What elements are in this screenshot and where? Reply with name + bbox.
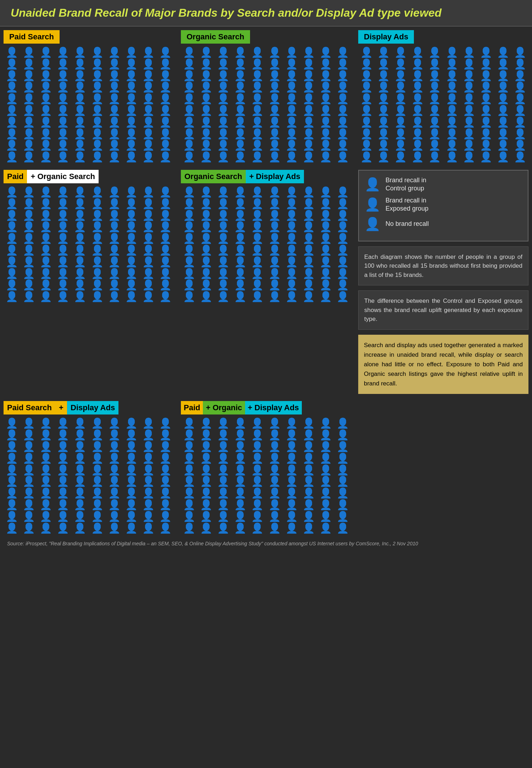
legend-yellow-label: Brand recall inExposed group [386,196,428,213]
person-icon: 👤 [157,129,174,140]
person-icon: 👤 [318,47,334,58]
person-icon: 👤 [335,59,351,70]
person-icon: 👤 [106,430,122,441]
person-icon: 👤 [444,140,460,151]
person-icon: 👤 [89,476,105,487]
person-icon: 👤 [157,257,174,268]
person-icon: 👤 [283,488,300,499]
panel-organic-display: Organic Search + Display Ads 👤👤👤👤👤👤👤👤👤👤👤… [177,166,355,398]
person-icon: 👤 [106,71,122,82]
person-icon: 👤 [335,430,351,441]
person-icon: 👤 [4,523,20,534]
description-box-2: The difference between the Control and E… [358,290,528,330]
panel-paid-search-title: Paid Search [4,30,60,44]
person-icon: 👤 [249,199,266,210]
person-icon: 👤 [266,222,283,233]
person-icon: 👤 [375,59,392,70]
person-icon: 👤 [495,140,511,151]
person-icon: 👤 [89,488,105,499]
person-icon: 👤 [181,453,197,464]
person-icon: 👤 [89,268,105,279]
person-icon: 👤 [181,199,197,210]
person-icon: 👤 [335,140,351,151]
person-icon: 👤 [375,129,392,140]
person-icon: 👤 [266,245,283,256]
person-icon: 👤 [198,245,214,256]
person-icon: 👤 [444,105,460,116]
person-icon: 👤 [123,476,139,487]
person-icon: 👤 [266,233,283,244]
person-icon: 👤 [283,129,300,140]
person-icon: 👤 [89,117,105,128]
person-icon: 👤 [283,199,300,210]
person-icon: 👤 [72,140,88,151]
person-icon: 👤 [181,210,197,221]
person-icon: 👤 [512,82,528,93]
person-icon: 👤 [283,465,300,476]
person-icon: 👤 [123,280,139,291]
person-icon: 👤 [300,441,317,452]
person-icon: 👤 [249,268,266,279]
person-icon: 👤 [232,152,249,163]
person-icon: 👤 [89,257,105,268]
person-icon: 👤 [232,511,249,522]
person-icon: 👤 [140,105,157,116]
person-icon: 👤 [140,291,157,302]
person-icon: 👤 [72,245,88,256]
person-icon: 👤 [266,59,283,70]
person-icon: 👤 [215,210,231,221]
person-icon: 👤 [21,511,37,522]
person-icon: 👤 [123,523,139,534]
person-icon: 👤 [427,71,443,82]
person-icon: 👤 [72,280,88,291]
person-icon: 👤 [215,222,231,233]
person-icon: 👤 [21,441,37,452]
person-icon: 👤 [157,152,174,163]
person-icon: 👤 [181,465,197,476]
person-icon: 👤 [318,187,334,198]
person-icon: 👤 [55,233,71,244]
person-icon: 👤 [4,233,20,244]
person-icon: 👤 [461,94,477,105]
person-icon: 👤 [283,187,300,198]
person-icon: 👤 [198,117,214,128]
person-icon: 👤 [106,210,122,221]
person-icon: 👤 [495,105,511,116]
person-icon: 👤 [249,152,266,163]
person-icon: 👤 [266,268,283,279]
person-icon: 👤 [72,465,88,476]
person-icon: 👤 [198,523,214,534]
person-icon: 👤 [72,47,88,58]
person-icon: 👤 [72,82,88,93]
person-icon: 👤 [215,71,231,82]
person-icon: 👤 [140,222,157,233]
person-icon: 👤 [410,71,426,82]
person-icon: 👤 [72,71,88,82]
person-icon: 👤 [89,233,105,244]
person-icon: 👤 [181,47,197,58]
person-icon: 👤 [249,47,266,58]
title-psd-plus: + [55,401,67,414]
person-icon: 👤 [461,82,477,93]
person-icon: 👤 [181,268,197,279]
person-icon: 👤 [249,222,266,233]
person-icon: 👤 [232,140,249,151]
person-icon: 👤 [300,210,317,221]
person-icon: 👤 [512,105,528,116]
person-icon: 👤 [232,187,249,198]
person-icon: 👤 [335,280,351,291]
person-icon: 👤 [495,129,511,140]
person-icon: 👤 [444,71,460,82]
person-icon: 👤 [215,257,231,268]
person-icon: 👤 [198,71,214,82]
person-icon: 👤 [335,257,351,268]
person-icon: 👤 [266,187,283,198]
person-icon: 👤 [21,47,37,58]
person-icon: 👤 [232,199,249,210]
person-icon: 👤 [140,199,157,210]
person-icon: 👤 [72,441,88,452]
person-icon: 👤 [72,476,88,487]
person-icon: 👤 [38,430,54,441]
person-icon: 👤 [106,280,122,291]
person-icon: 👤 [215,117,231,128]
